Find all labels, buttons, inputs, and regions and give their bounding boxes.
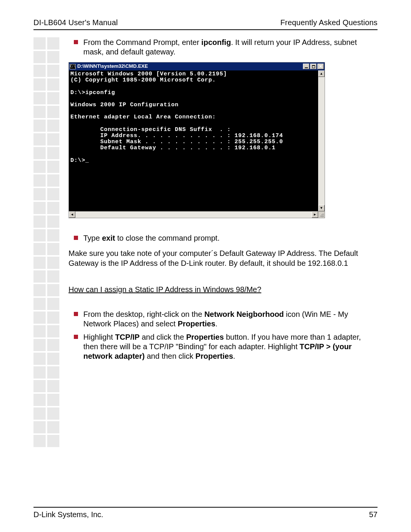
scroll-left-icon[interactable]: ◄ bbox=[69, 211, 75, 218]
list-item: From the desktop, right-click on the Net… bbox=[68, 310, 378, 329]
list-item: Highlight TCP/IP and click the Propertie… bbox=[68, 332, 378, 361]
bullet-icon bbox=[74, 335, 78, 339]
minimize-button[interactable] bbox=[303, 64, 309, 69]
bullet-icon bbox=[74, 236, 78, 240]
cmd-titlebar[interactable]: C:\ D:\WINNT\system32\CMD.EXE ✕ bbox=[69, 62, 325, 70]
scroll-up-icon[interactable]: ▲ bbox=[318, 70, 325, 77]
bullet-text: From the desktop, right-click on the Net… bbox=[83, 310, 378, 329]
header-rule bbox=[33, 29, 378, 30]
footer-company: D-Link Systems, Inc. bbox=[33, 510, 103, 519]
page-footer: D-Link Systems, Inc. 57 bbox=[33, 510, 378, 519]
list-item: Type exit to close the command prompt. bbox=[68, 233, 378, 243]
cmd-icon: C:\ bbox=[70, 64, 76, 69]
maximize-button[interactable] bbox=[310, 64, 317, 69]
bullet-text: Type exit to close the command prompt. bbox=[83, 233, 378, 243]
scroll-right-icon[interactable]: ► bbox=[312, 211, 318, 218]
horizontal-scrollbar[interactable]: ◄ ► bbox=[69, 211, 325, 218]
paragraph: Make sure you take note of your computer… bbox=[68, 248, 378, 268]
section-title: Frequently Asked Questions bbox=[280, 18, 378, 27]
cmd-window: C:\ D:\WINNT\system32\CMD.EXE ✕ Microsof… bbox=[68, 62, 325, 218]
list-item: From the Command Prompt, enter ipconfig.… bbox=[68, 38, 378, 57]
cmd-output[interactable]: Microsoft Windows 2000 [Version 5.00.219… bbox=[69, 70, 318, 211]
page-header: DI-LB604 User's Manual Frequently Asked … bbox=[33, 18, 378, 29]
scroll-down-icon[interactable]: ▼ bbox=[318, 205, 325, 211]
vertical-scrollbar[interactable]: ▲ ▼ bbox=[318, 70, 325, 211]
faq-question: How can I assign a Static IP Address in … bbox=[68, 285, 378, 294]
bullet-text: From the Command Prompt, enter ipconfig.… bbox=[83, 38, 378, 57]
cmd-window-title: D:\WINNT\system32\CMD.EXE bbox=[77, 63, 303, 69]
resize-grip-icon[interactable] bbox=[318, 211, 325, 218]
bullet-icon bbox=[74, 40, 78, 44]
manual-title: DI-LB604 User's Manual bbox=[33, 18, 118, 27]
bullet-icon bbox=[74, 312, 78, 316]
bullet-text: Highlight TCP/IP and click the Propertie… bbox=[83, 332, 378, 361]
close-button[interactable]: ✕ bbox=[317, 64, 324, 69]
footer-rule bbox=[33, 507, 378, 508]
page-number: 57 bbox=[369, 510, 378, 519]
